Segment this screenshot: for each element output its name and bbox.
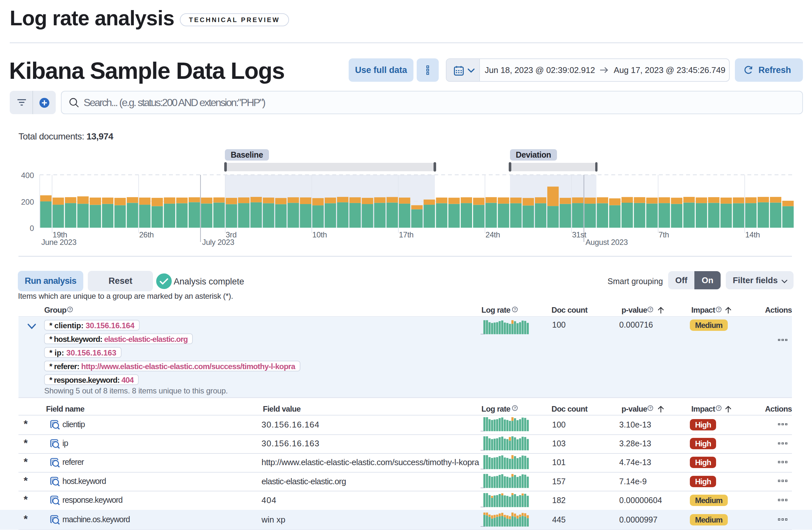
svg-text:?: ? (718, 307, 720, 312)
svg-text:?: ? (649, 406, 652, 410)
svg-text:?: ? (513, 307, 516, 312)
svg-text:?: ? (649, 307, 652, 312)
svg-text:?: ? (513, 406, 516, 410)
svg-text:?: ? (69, 307, 71, 312)
svg-text:?: ? (718, 406, 720, 410)
